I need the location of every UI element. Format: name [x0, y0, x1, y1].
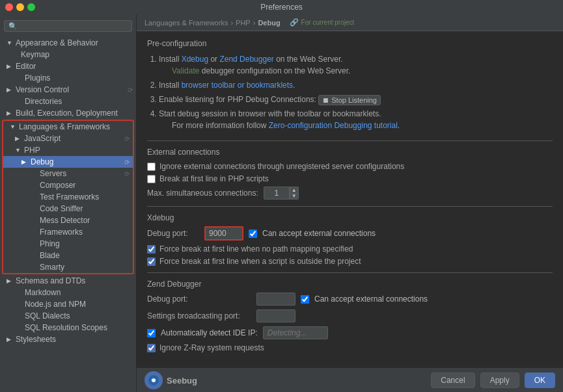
sidebar-item-label: Editor — [16, 62, 36, 71]
bookmarklets-link[interactable]: browser toolbar or bookmarklets — [182, 81, 293, 90]
minimize-button[interactable] — [16, 3, 24, 11]
force-break1-label: Force break at first line when no path m… — [159, 244, 353, 254]
sidebar-item-frameworks[interactable]: Frameworks — [3, 226, 133, 238]
sidebar-item-label: Smarty — [31, 263, 64, 272]
sidebar-item-sql-dialects[interactable]: SQL Dialects — [0, 310, 136, 322]
sidebar-item-debug[interactable]: ▶ Debug ⟳ — [3, 156, 133, 168]
breadcrumb-sep2: › — [253, 19, 256, 27]
sidebar-item-keymap[interactable]: Keymap — [0, 49, 136, 60]
bottom-bar: Seebug Cancel Apply OK — [137, 367, 563, 392]
sidebar-item-blade[interactable]: Blade — [3, 250, 133, 261]
main-container: ▼ Appearance & Behavior Keymap ▶ Editor … — [0, 14, 563, 392]
can-accept-label: Can accept external connections — [262, 229, 376, 238]
stop-listening-button[interactable]: ⏹ Stop Listening — [318, 95, 381, 105]
pre-config-title: Pre-configuration — [147, 39, 553, 48]
stop-icon: ⏹ — [322, 96, 329, 104]
pre-config-step3: Enable listening for PHP Debug Connectio… — [159, 94, 553, 105]
sidebar-item-stylesheets[interactable]: ▶ Stylesheets — [0, 333, 136, 345]
pre-config-list: Install Xdebug or Zend Debugger on the W… — [147, 53, 553, 131]
arrow-icon: ▶ — [7, 86, 16, 93]
sidebar-item-phing[interactable]: Phing — [3, 238, 133, 250]
maximize-button[interactable] — [27, 3, 35, 11]
breadcrumb-icon: 🔗 — [290, 18, 299, 27]
spin-up[interactable]: ▲ — [290, 187, 299, 193]
sidebar-item-appearance[interactable]: ▼ Appearance & Behavior — [0, 37, 136, 49]
validate-row: Validate debugger configuration on the W… — [159, 65, 553, 77]
breadcrumb-debug: Debug — [258, 19, 280, 27]
debug-port-row: Debug port: 9000 Can accept external con… — [147, 226, 553, 241]
zend-can-accept-checkbox[interactable] — [301, 295, 309, 304]
sidebar-item-label: Stylesheets — [16, 335, 56, 344]
sidebar-item-mess-detector[interactable]: Mess Detector — [3, 215, 133, 226]
sidebar-item-test-frameworks[interactable]: Test Frameworks — [3, 191, 133, 203]
sidebar-item-build[interactable]: ▶ Build, Execution, Deployment — [0, 107, 136, 119]
spin-buttons: ▲ ▼ — [290, 187, 299, 200]
detecting-input[interactable] — [263, 326, 328, 339]
apply-button[interactable]: Apply — [480, 372, 519, 388]
sidebar-item-label: Keymap — [21, 50, 49, 59]
can-accept-checkbox[interactable] — [249, 229, 257, 238]
external-connections-title: External connections — [147, 148, 553, 157]
debug-port-input[interactable]: 9000 — [204, 226, 243, 241]
sidebar-item-version-control[interactable]: ▶ Version Control ⟳ — [0, 84, 136, 96]
pre-config-section: Pre-configuration Install Xdebug or Zend… — [147, 39, 553, 131]
sidebar-item-schemas[interactable]: ▶ Schemas and DTDs — [0, 275, 136, 287]
ignore-zray-checkbox[interactable] — [147, 344, 156, 352]
arrow-icon: ▶ — [7, 63, 16, 70]
ok-button[interactable]: OK — [525, 372, 555, 388]
auto-detect-label: Automatically detect IDE IP: — [161, 328, 258, 337]
broadcast-port-input[interactable]: 20080 — [256, 309, 295, 322]
zend-port-input[interactable]: 10137 — [256, 293, 295, 306]
breadcrumb-lang: Languages & Frameworks — [144, 19, 228, 27]
content-area: Languages & Frameworks › PHP › Debug 🔗 F… — [137, 14, 563, 392]
broadcast-port-row: Settings broadcasting port: 20080 — [147, 309, 553, 322]
sidebar-item-php[interactable]: ▼ PHP — [3, 144, 133, 156]
sidebar-item-plugins[interactable]: Plugins — [0, 72, 136, 84]
sidebar-item-servers[interactable]: Servers ⟳ — [3, 168, 133, 179]
sidebar-item-sql-resolution[interactable]: SQL Resolution Scopes — [0, 322, 136, 333]
break-first-line-checkbox[interactable] — [147, 175, 156, 183]
cancel-button[interactable]: Cancel — [431, 372, 474, 388]
xdebug-section: Xdebug Debug port: 9000 Can accept exter… — [147, 213, 553, 266]
max-connections-input[interactable]: 1 — [264, 187, 290, 200]
search-bar[interactable] — [0, 18, 136, 34]
sidebar-item-label: JavaScript — [24, 134, 61, 143]
divider1 — [147, 140, 553, 141]
force-break1-checkbox[interactable] — [147, 245, 156, 254]
auto-detect-checkbox[interactable] — [147, 329, 156, 337]
zend-debugger-link[interactable]: Zend Debugger — [219, 55, 273, 64]
ignore-zray-label: Ignore Z-Ray system requests — [159, 343, 264, 352]
spin-down[interactable]: ▼ — [290, 193, 299, 200]
seebug-branding: Seebug — [144, 371, 197, 389]
ignore-external-label: Ignore external connections through unre… — [159, 162, 404, 171]
title-bar: Preferences — [0, 0, 563, 14]
validate-link[interactable]: Validate — [172, 66, 199, 75]
sidebar-item-label: Plugins — [16, 73, 50, 83]
force-break2-checkbox[interactable] — [147, 257, 156, 266]
breadcrumb-sep1: › — [230, 19, 233, 27]
sidebar-item-code-sniffer[interactable]: Code Sniffer — [3, 203, 133, 215]
close-button[interactable] — [5, 3, 13, 11]
sidebar-item-label: SQL Resolution Scopes — [16, 323, 107, 332]
sidebar-item-smarty[interactable]: Smarty — [3, 261, 133, 273]
sidebar-item-javascript[interactable]: ▶ JavaScript ⟳ — [3, 133, 133, 144]
zend-port-row: Debug port: 10137 Can accept external co… — [147, 293, 553, 306]
sidebar-item-label: Debug — [31, 157, 53, 166]
xdebug-link[interactable]: Xdebug — [182, 55, 208, 64]
ignore-external-checkbox[interactable] — [147, 163, 156, 171]
sidebar-item-composer[interactable]: Composer — [3, 179, 133, 191]
breadcrumb: Languages & Frameworks › PHP › Debug 🔗 F… — [137, 14, 563, 31]
sidebar-item-label: Blade — [31, 251, 60, 260]
sidebar-item-lang-frameworks[interactable]: ▼ Languages & Frameworks — [3, 121, 133, 133]
svg-point-1 — [152, 378, 156, 382]
sidebar-item-markdown[interactable]: Markdown — [0, 287, 136, 298]
zero-config-link[interactable]: Zero-configuration Debugging tutorial — [269, 121, 398, 130]
max-connections-spinner[interactable]: 1 ▲ ▼ — [264, 187, 299, 200]
arrow-icon: ▼ — [10, 124, 19, 130]
divider2 — [147, 206, 553, 207]
search-input[interactable] — [4, 20, 132, 32]
zend-can-accept-label: Can accept external connections — [314, 294, 428, 304]
sidebar-item-editor[interactable]: ▶ Editor — [0, 60, 136, 72]
sidebar-item-directories[interactable]: Directories — [0, 96, 136, 107]
sidebar-item-nodejs[interactable]: Node.js and NPM — [0, 298, 136, 310]
